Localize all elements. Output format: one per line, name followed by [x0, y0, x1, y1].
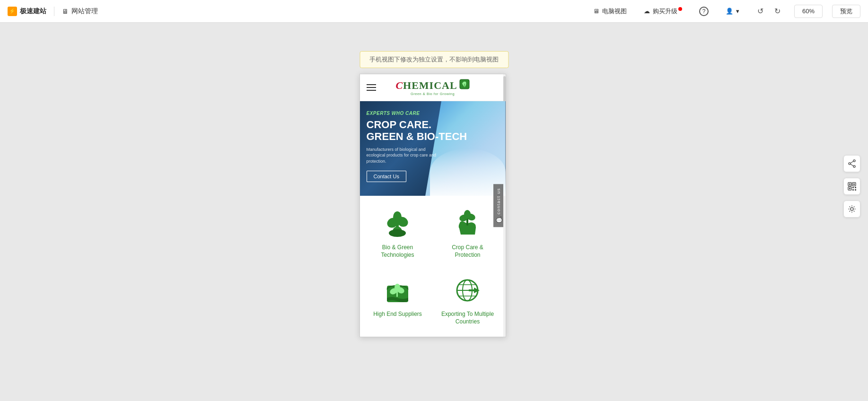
- top-toolbar: ⚡ 极速建站 🖥 网站管理 🖥 电脑视图 ☁ 购买升级 ? 👤 ▾ ↺ ↻: [0, 0, 868, 23]
- toolbar-divider: [54, 7, 54, 16]
- notice-text: 手机视图下修改为独立设置，不影响到电脑视图: [369, 56, 499, 63]
- hero-title-line1: CROP CARE.: [367, 119, 506, 131]
- hamburger-line-1: [367, 84, 376, 85]
- svg-rect-34: [855, 187, 856, 188]
- feature-label-bio-green: Bio & GreenTechnologies: [381, 244, 414, 259]
- user-button[interactable]: 👤 ▾: [722, 6, 743, 17]
- share-button[interactable]: [843, 155, 860, 172]
- phone-content: CHEMICAL Green & Bio for Growing: [359, 74, 506, 337]
- qr-button[interactable]: [843, 178, 860, 195]
- suppliers-icon: [381, 274, 414, 307]
- notice-banner: 手机视图下修改为独立设置，不影响到电脑视图: [359, 51, 509, 68]
- svg-rect-30: [853, 183, 855, 185]
- feature-item-crop-care[interactable]: Crop Care &Protection: [435, 203, 501, 262]
- brand-logo[interactable]: CHEMICAL Green & Bio for Growing: [395, 79, 469, 96]
- phone-nav: CHEMICAL Green & Bio for Growing: [360, 74, 506, 101]
- exporting-icon: [451, 274, 484, 307]
- feature-item-suppliers[interactable]: High End Suppliers: [365, 270, 431, 329]
- help-icon: ?: [699, 7, 709, 16]
- user-icon: 👤: [726, 8, 733, 15]
- features-grid: Bio & GreenTechnologies: [365, 203, 501, 329]
- right-tools: [843, 155, 860, 218]
- logo-text: CHEMICAL: [395, 79, 457, 92]
- desktop-icon: 🖥: [593, 8, 599, 15]
- phone-wrapper: CHEMICAL Green & Bio for Growing: [359, 74, 509, 337]
- svg-point-11: [464, 210, 471, 218]
- hamburger-line-2: [367, 87, 376, 88]
- contact-tab-icon: 💬: [495, 216, 501, 223]
- svg-rect-28: [849, 183, 850, 185]
- svg-rect-36: [855, 189, 856, 191]
- logo-leaf-icon: [459, 79, 470, 92]
- hero-description: Manufacturers of biological and ecologic…: [367, 147, 442, 165]
- user-arrow: ▾: [736, 8, 739, 15]
- brand-icon: ⚡: [8, 7, 17, 16]
- crop-care-icon: [451, 207, 484, 240]
- main-area: 手机视图下修改为独立设置，不影响到电脑视图 CHEMICAL: [0, 23, 868, 401]
- help-button[interactable]: ?: [695, 5, 712, 18]
- svg-line-25: [850, 161, 853, 163]
- svg-point-23: [853, 166, 855, 167]
- feature-item-exporting[interactable]: Exporting To MultipleCountries: [435, 270, 501, 329]
- svg-point-24: [849, 163, 850, 165]
- logo-tagline: Green & Bio for Growing: [411, 92, 455, 96]
- hamburger-line-3: [367, 90, 376, 91]
- undo-button[interactable]: ↺: [753, 4, 768, 19]
- svg-point-6: [393, 211, 402, 223]
- svg-rect-32: [849, 188, 850, 189]
- preview-button[interactable]: 预览: [832, 5, 860, 18]
- bio-green-icon: [381, 207, 414, 240]
- toolbar-right: 🖥 电脑视图 ☁ 购买升级 ? 👤 ▾ ↺ ↻ 预览: [589, 4, 860, 19]
- upgrade-button[interactable]: ☁ 购买升级: [640, 5, 686, 17]
- upgrade-label: 购买升级: [653, 7, 677, 16]
- hero-title: CROP CARE. GREEN & BIO-TECH: [367, 119, 506, 143]
- hero-title-line2: GREEN & BIO-TECH: [367, 131, 506, 142]
- svg-point-37: [850, 208, 853, 210]
- redo-button[interactable]: ↻: [770, 4, 785, 19]
- svg-point-22: [853, 160, 855, 162]
- site-mgmt-button[interactable]: 🖥 网站管理: [62, 7, 98, 16]
- hero-content: EXPERTS WHO CARE CROP CARE. GREEN & BIO-…: [367, 111, 506, 182]
- undo-redo-group: ↺ ↻: [753, 4, 785, 19]
- upgrade-icon: ☁: [644, 8, 650, 15]
- feature-item-bio-green[interactable]: Bio & GreenTechnologies: [365, 203, 431, 262]
- hero-cta-button[interactable]: Contact Us: [367, 171, 406, 182]
- site-mgmt-label: 网站管理: [71, 7, 98, 16]
- svg-point-7: [389, 229, 406, 237]
- hero-tag: EXPERTS WHO CARE: [367, 111, 506, 116]
- site-icon: 🖥: [62, 8, 69, 15]
- desktop-view-button[interactable]: 🖥 电脑视图: [589, 5, 631, 17]
- features-section: Bio & GreenTechnologies: [360, 196, 506, 337]
- scroll-thumb: [503, 76, 506, 105]
- desktop-label: 电脑视图: [602, 7, 627, 16]
- feature-label-exporting: Exporting To MultipleCountries: [441, 311, 494, 325]
- svg-point-16: [395, 284, 400, 291]
- contact-tab-label: contact us: [496, 188, 500, 214]
- toolbar-left: ⚡ 极速建站 🖥 网站管理: [8, 7, 582, 16]
- svg-rect-35: [852, 189, 854, 191]
- contact-tab[interactable]: 💬 contact us: [493, 184, 503, 227]
- settings-button[interactable]: [843, 200, 860, 218]
- hamburger-menu[interactable]: [367, 84, 376, 91]
- feature-label-crop-care: Crop Care &Protection: [452, 244, 483, 259]
- feature-label-suppliers: High End Suppliers: [373, 311, 422, 318]
- svg-rect-33: [852, 187, 854, 188]
- brand-section[interactable]: ⚡ 极速建站: [8, 7, 46, 16]
- zoom-input[interactable]: [794, 5, 823, 18]
- upgrade-dot: [678, 7, 682, 11]
- svg-line-26: [850, 164, 853, 166]
- brand-label: 极速建站: [20, 7, 46, 16]
- contact-tab-inner: 💬 contact us: [493, 184, 503, 227]
- hero-section: EXPERTS WHO CARE CROP CARE. GREEN & BIO-…: [360, 101, 506, 196]
